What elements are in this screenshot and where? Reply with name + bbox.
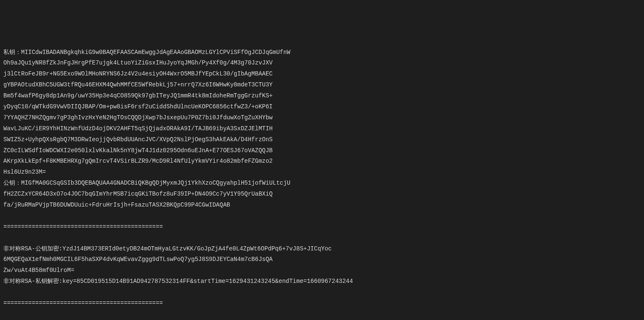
console-line: WavLJuKC/iER9YhHINzWnfUdzD4ojDKV2AHFT5qS…: [3, 124, 641, 134]
console-line: yDyqC10/qWTkdG9VwVDIIQJBAP/Om+pw8isF6rsf…: [3, 102, 641, 113]
console-line: [3, 287, 641, 298]
console-line: Hsl6Uz9n23M=: [3, 167, 641, 178]
console-line: [3, 211, 641, 222]
console-line: 非对称RSA-私钥解密:key=85CD019515D14B91AD942787…: [3, 276, 641, 287]
console-line: Oh9aJQu1yNR8fZkJnFgJHrgPfE7ujgk4LtuoYiZi…: [3, 58, 641, 69]
console-line: 公钥：MIGfMA0GCSqGSIb3DQEBAQUAA4GNADCBiQKBg…: [3, 178, 641, 189]
console-line: 私钥：MIICdwIBADANBgkqhkiG9w0BAQEFAASCAmEwg…: [3, 47, 641, 58]
console-line: fa/jRuRMaPVjpTB6DUWDUuic+FdruHrIsjh+Fsaz…: [3, 200, 641, 211]
console-line: [3, 233, 641, 244]
console-line: 7YYAQHZ7NHZQgmv7gP3ghIvzHxYeN2HgTOsCQQDj…: [3, 113, 641, 124]
console-line: ZC0cILWSdfIoWDCWXI2e050lxlvKkalNk5nY8jwT…: [3, 145, 641, 156]
console-line: ========================================…: [3, 222, 641, 233]
console-line: fH2ZCZxYCR64D3xO7o4JOC7bqGImYhrMSB7icqGK…: [3, 189, 641, 200]
console-line: Zw/vuAt4B58mf0UlroM=: [3, 265, 641, 276]
console-output: 私钥：MIICdwIBADANBgkqhkiG9w0BAQEFAASCAmEwg…: [3, 47, 641, 320]
console-line: Bm5f4wafP6gy8dp1An9g/uwY35Hp3e4qCO859Qk9…: [3, 91, 641, 102]
console-line: 非对称RSA-公钥加密:YzdJ14BM373ERId0etyDB24mOTmH…: [3, 244, 641, 255]
console-line: j3lCtRoFeJB9r+NG5Exo9WOlMHoNRYNS6Jz4V2u4…: [3, 69, 641, 80]
console-line: AKrpXkLkEpf+F8KMBEHRXg7gQmIrcvT4VSirBLZR…: [3, 156, 641, 167]
console-line: ========================================…: [3, 298, 641, 309]
console-line: [3, 309, 641, 320]
console-line: SWIZ5z+UyhpQXsRgbQ7M3DRwIeojjQvbRbdUUAnc…: [3, 134, 641, 145]
console-line: 6MQGEQaX1efNmh0MGCIL6F5haSXP4dvKqWEvavZg…: [3, 254, 641, 265]
console-line: gYBPAOtudXBhC5UGW3tfRQu46EHXM4QwhMMfCE5W…: [3, 80, 641, 91]
